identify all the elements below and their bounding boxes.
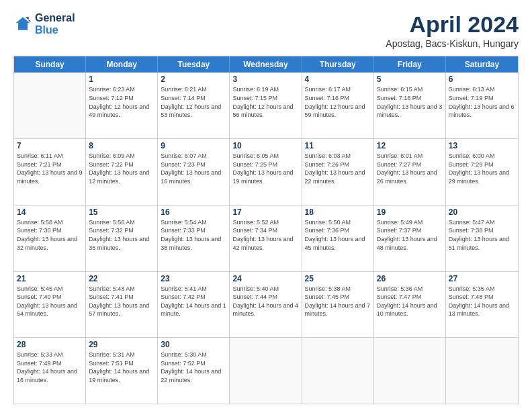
calendar-day: 25Sunrise: 5:38 AMSunset: 7:45 PMDayligh…: [302, 272, 374, 338]
calendar-day: 11Sunrise: 6:03 AMSunset: 7:26 PMDayligh…: [302, 139, 374, 205]
calendar-day: 23Sunrise: 5:41 AMSunset: 7:42 PMDayligh…: [158, 272, 230, 338]
weekday-header: Tuesday: [158, 56, 230, 73]
day-number: 2: [161, 75, 226, 84]
day-number: 29: [89, 340, 154, 349]
day-number: 10: [232, 141, 298, 150]
calendar-day: 22Sunrise: 5:43 AMSunset: 7:41 PMDayligh…: [86, 272, 158, 338]
calendar-day: 8Sunrise: 6:09 AMSunset: 7:22 PMDaylight…: [86, 139, 158, 205]
calendar-day: 30Sunrise: 5:30 AMSunset: 7:52 PMDayligh…: [158, 338, 230, 404]
day-number: 14: [17, 208, 83, 217]
main-title: April 2024: [386, 12, 519, 37]
day-number: 5: [377, 75, 443, 84]
calendar-day: 3Sunrise: 6:19 AMSunset: 7:15 PMDaylight…: [230, 73, 302, 138]
day-info: Sunrise: 5:50 AMSunset: 7:36 PMDaylight:…: [305, 218, 371, 252]
calendar-day: 13Sunrise: 6:00 AMSunset: 7:29 PMDayligh…: [446, 139, 518, 205]
day-number: 20: [449, 208, 515, 217]
day-info: Sunrise: 6:03 AMSunset: 7:26 PMDaylight:…: [305, 152, 371, 185]
day-number: 16: [161, 208, 226, 217]
day-number: 21: [17, 274, 83, 283]
calendar-week: 28Sunrise: 5:33 AMSunset: 7:49 PMDayligh…: [14, 338, 518, 404]
weekday-header: Saturday: [446, 56, 518, 73]
weekday-header: Thursday: [302, 56, 374, 73]
weekday-header: Wednesday: [230, 56, 302, 73]
day-number: 28: [17, 340, 83, 349]
day-info: Sunrise: 5:45 AMSunset: 7:40 PMDaylight:…: [17, 285, 83, 318]
weekday-header: Monday: [86, 56, 158, 73]
calendar-day: 16Sunrise: 5:54 AMSunset: 7:33 PMDayligh…: [158, 205, 230, 271]
day-info: Sunrise: 5:31 AMSunset: 7:51 PMDaylight:…: [89, 351, 154, 384]
calendar-day: 1Sunrise: 6:23 AMSunset: 7:12 PMDaylight…: [86, 73, 158, 138]
weekday-header: Friday: [374, 56, 446, 73]
calendar-day: 26Sunrise: 5:36 AMSunset: 7:47 PMDayligh…: [374, 272, 446, 338]
day-info: Sunrise: 6:23 AMSunset: 7:12 PMDaylight:…: [89, 85, 154, 119]
calendar-week: 1Sunrise: 6:23 AMSunset: 7:12 PMDaylight…: [14, 73, 518, 139]
calendar-week: 14Sunrise: 5:58 AMSunset: 7:30 PMDayligh…: [14, 205, 518, 272]
calendar-day: 10Sunrise: 6:05 AMSunset: 7:25 PMDayligh…: [230, 139, 302, 205]
calendar-day: 6Sunrise: 6:13 AMSunset: 7:19 PMDaylight…: [446, 73, 518, 138]
title-block: April 2024 Apostag, Bacs-Kiskun, Hungary: [386, 12, 519, 49]
calendar-day: 5Sunrise: 6:15 AMSunset: 7:18 PMDaylight…: [374, 73, 446, 138]
day-number: 27: [449, 274, 515, 283]
day-number: 12: [377, 141, 443, 150]
calendar-day: 4Sunrise: 6:17 AMSunset: 7:16 PMDaylight…: [302, 73, 374, 138]
day-number: 19: [377, 208, 443, 217]
calendar-empty-day: [230, 338, 302, 404]
day-info: Sunrise: 5:52 AMSunset: 7:34 PMDaylight:…: [232, 218, 298, 252]
calendar-day: 14Sunrise: 5:58 AMSunset: 7:30 PMDayligh…: [14, 205, 86, 271]
day-info: Sunrise: 5:41 AMSunset: 7:42 PMDaylight:…: [161, 285, 226, 318]
day-info: Sunrise: 5:33 AMSunset: 7:49 PMDaylight:…: [17, 351, 83, 384]
calendar-empty-day: [302, 338, 374, 404]
calendar-body: 1Sunrise: 6:23 AMSunset: 7:12 PMDaylight…: [14, 73, 518, 404]
calendar-empty-day: [374, 338, 446, 404]
day-info: Sunrise: 5:58 AMSunset: 7:30 PMDaylight:…: [17, 218, 83, 252]
day-number: 9: [161, 141, 226, 150]
day-info: Sunrise: 5:56 AMSunset: 7:32 PMDaylight:…: [89, 218, 154, 252]
day-number: 8: [89, 141, 154, 150]
day-number: 22: [89, 274, 154, 283]
logo-line1: General: [35, 12, 75, 24]
day-info: Sunrise: 5:30 AMSunset: 7:52 PMDaylight:…: [161, 351, 226, 384]
day-info: Sunrise: 6:21 AMSunset: 7:14 PMDaylight:…: [161, 85, 226, 119]
header: General Blue April 2024 Apostag, Bacs-Ki…: [13, 12, 519, 49]
calendar-empty-day: [446, 338, 518, 404]
day-number: 18: [305, 208, 371, 217]
day-info: Sunrise: 5:43 AMSunset: 7:41 PMDaylight:…: [89, 285, 154, 318]
calendar-day: 7Sunrise: 6:11 AMSunset: 7:21 PMDaylight…: [14, 139, 86, 205]
day-number: 30: [161, 340, 226, 349]
day-info: Sunrise: 6:13 AMSunset: 7:19 PMDaylight:…: [449, 85, 515, 119]
calendar-day: 15Sunrise: 5:56 AMSunset: 7:32 PMDayligh…: [86, 205, 158, 271]
day-info: Sunrise: 5:38 AMSunset: 7:45 PMDaylight:…: [305, 285, 371, 318]
day-info: Sunrise: 6:15 AMSunset: 7:18 PMDaylight:…: [377, 85, 443, 119]
calendar-week: 7Sunrise: 6:11 AMSunset: 7:21 PMDaylight…: [14, 139, 518, 205]
day-info: Sunrise: 6:19 AMSunset: 7:15 PMDaylight:…: [232, 85, 298, 119]
page: General Blue April 2024 Apostag, Bacs-Ki…: [0, 0, 532, 411]
day-number: 4: [305, 75, 371, 84]
day-info: Sunrise: 5:49 AMSunset: 7:37 PMDaylight:…: [377, 218, 443, 252]
day-info: Sunrise: 6:01 AMSunset: 7:27 PMDaylight:…: [377, 152, 443, 185]
day-info: Sunrise: 6:17 AMSunset: 7:16 PMDaylight:…: [305, 85, 371, 119]
day-number: 15: [89, 208, 154, 217]
day-info: Sunrise: 5:47 AMSunset: 7:38 PMDaylight:…: [449, 218, 515, 252]
logo-icon: [13, 15, 32, 34]
day-number: 13: [449, 141, 515, 150]
day-info: Sunrise: 6:11 AMSunset: 7:21 PMDaylight:…: [17, 152, 83, 185]
day-info: Sunrise: 5:35 AMSunset: 7:48 PMDaylight:…: [449, 285, 515, 318]
subtitle: Apostag, Bacs-Kiskun, Hungary: [386, 38, 519, 49]
day-number: 25: [305, 274, 371, 283]
day-info: Sunrise: 6:00 AMSunset: 7:29 PMDaylight:…: [449, 152, 515, 185]
weekday-header: Sunday: [14, 56, 86, 73]
calendar: SundayMondayTuesdayWednesdayThursdayFrid…: [13, 56, 519, 404]
calendar-day: 12Sunrise: 6:01 AMSunset: 7:27 PMDayligh…: [374, 139, 446, 205]
day-number: 24: [232, 274, 298, 283]
calendar-day: 24Sunrise: 5:40 AMSunset: 7:44 PMDayligh…: [230, 272, 302, 338]
calendar-empty-day: [14, 73, 86, 138]
day-info: Sunrise: 5:40 AMSunset: 7:44 PMDaylight:…: [232, 285, 298, 318]
calendar-day: 29Sunrise: 5:31 AMSunset: 7:51 PMDayligh…: [86, 338, 158, 404]
day-number: 7: [17, 141, 83, 150]
svg-marker-0: [16, 17, 30, 30]
calendar-header: SundayMondayTuesdayWednesdayThursdayFrid…: [14, 56, 518, 73]
day-number: 11: [305, 141, 371, 150]
calendar-day: 9Sunrise: 6:07 AMSunset: 7:23 PMDaylight…: [158, 139, 230, 205]
day-number: 23: [161, 274, 226, 283]
day-info: Sunrise: 5:54 AMSunset: 7:33 PMDaylight:…: [161, 218, 226, 252]
